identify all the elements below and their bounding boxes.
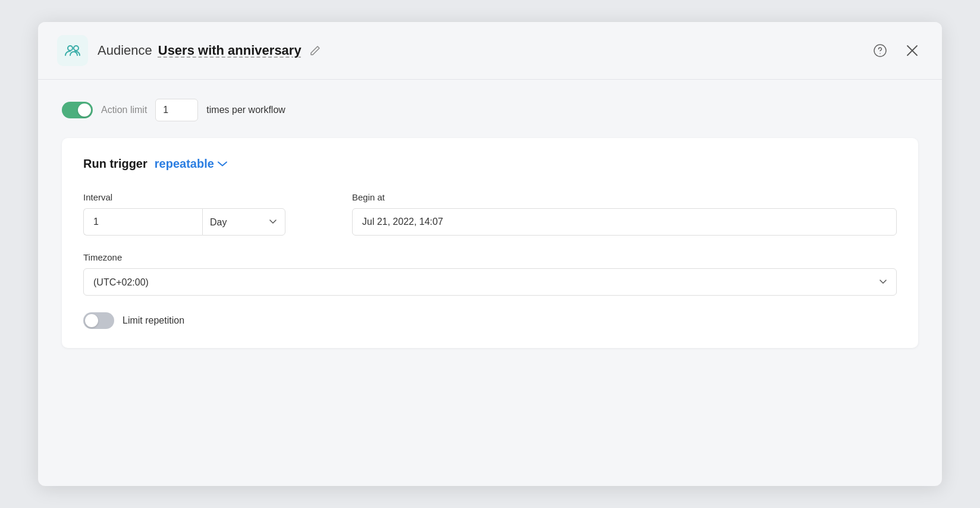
times-per-workflow-label: times per workflow bbox=[206, 105, 285, 115]
toggle-slider bbox=[62, 102, 93, 118]
pencil-icon bbox=[310, 45, 321, 56]
help-circle-icon bbox=[873, 43, 887, 58]
times-input[interactable] bbox=[155, 99, 198, 121]
limit-repetition-label: Limit repetition bbox=[122, 315, 184, 326]
action-limit-row: Action limit times per workflow bbox=[62, 99, 918, 121]
begin-at-label: Begin at bbox=[352, 192, 897, 202]
help-button[interactable] bbox=[869, 40, 891, 61]
audience-modal: Audience Users with anniversary bbox=[38, 22, 942, 486]
repeatable-label: repeatable bbox=[155, 157, 214, 171]
limit-repetition-row: Limit repetition bbox=[83, 312, 897, 329]
chevron-down-icon bbox=[218, 158, 227, 170]
begin-at-group: Begin at bbox=[352, 192, 897, 236]
svg-point-3 bbox=[880, 53, 881, 54]
edit-name-button[interactable] bbox=[307, 43, 323, 58]
action-limit-label: Action limit bbox=[101, 105, 147, 115]
timezone-select[interactable]: (UTC+02:00) (UTC+00:00) (UTC+01:00) (UTC… bbox=[83, 268, 897, 296]
limit-repetition-toggle-slider bbox=[83, 312, 114, 329]
interval-group: Interval Day Hour Week Month bbox=[83, 192, 333, 236]
timezone-label: Timezone bbox=[83, 252, 897, 262]
svg-point-1 bbox=[74, 46, 78, 51]
limit-repetition-toggle[interactable] bbox=[83, 312, 114, 329]
run-trigger-header: Run trigger repeatable bbox=[83, 157, 897, 171]
interval-unit-select[interactable]: Day Hour Week Month bbox=[202, 208, 285, 236]
modal-body: Action limit times per workflow Run trig… bbox=[38, 80, 942, 486]
form-grid: Interval Day Hour Week Month Begin at bbox=[83, 192, 897, 236]
close-button[interactable] bbox=[902, 40, 923, 61]
repeatable-dropdown-button[interactable]: repeatable bbox=[155, 157, 227, 171]
header-title-group: Audience Users with anniversary bbox=[98, 43, 860, 58]
action-limit-toggle[interactable] bbox=[62, 102, 93, 118]
audience-icon-box bbox=[57, 35, 88, 66]
begin-at-input[interactable] bbox=[352, 208, 897, 236]
run-trigger-card: Run trigger repeatable Interval bbox=[62, 138, 918, 348]
timezone-group: Timezone (UTC+02:00) (UTC+00:00) (UTC+01… bbox=[83, 252, 897, 296]
close-icon bbox=[906, 44, 919, 57]
svg-point-0 bbox=[68, 46, 73, 51]
run-trigger-label: Run trigger bbox=[83, 157, 147, 171]
interval-row: Day Hour Week Month bbox=[83, 208, 333, 236]
header-name: Users with anniversary bbox=[158, 43, 301, 58]
audience-icon bbox=[64, 42, 81, 59]
interval-number-input[interactable] bbox=[83, 208, 202, 236]
interval-label: Interval bbox=[83, 192, 333, 202]
header-actions bbox=[869, 40, 923, 61]
header-label: Audience bbox=[98, 43, 152, 58]
modal-header: Audience Users with anniversary bbox=[38, 22, 942, 80]
